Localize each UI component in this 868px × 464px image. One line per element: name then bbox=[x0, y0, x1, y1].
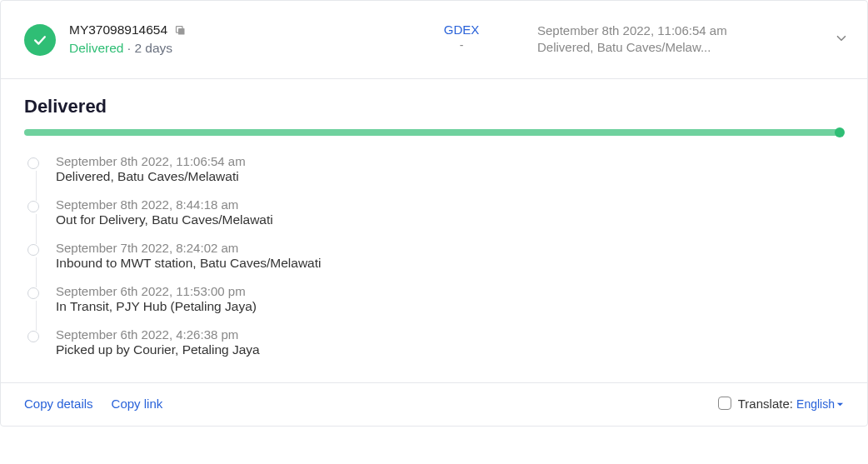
copy-link-link[interactable]: Copy link bbox=[112, 397, 163, 411]
translate-language-select[interactable]: English bbox=[796, 397, 844, 411]
timeline-text: In Transit, PJY Hub (Petaling Jaya) bbox=[56, 299, 844, 314]
timeline-item: September 7th 2022, 8:24:02 am Inbound t… bbox=[27, 241, 844, 271]
status-line: Delivered · 2 days bbox=[69, 41, 386, 56]
timeline-marker-icon bbox=[27, 331, 39, 342]
translate-checkbox[interactable] bbox=[718, 397, 731, 410]
tracking-card: MY37098914654 Delivered · 2 days GDEX - … bbox=[0, 0, 868, 427]
latest-timestamp: September 8th 2022, 11:06:54 am bbox=[537, 22, 811, 39]
timeline-marker-icon bbox=[27, 287, 39, 299]
timeline-date: September 7th 2022, 8:24:02 am bbox=[56, 241, 844, 255]
latest-status: Delivered, Batu Caves/Melaw... bbox=[537, 39, 716, 56]
status-badge-icon bbox=[24, 24, 56, 56]
timeline-text: Out for Delivery, Batu Caves/Melawati bbox=[56, 212, 844, 227]
section-title: Delivered bbox=[24, 96, 844, 117]
status-duration: 2 days bbox=[134, 41, 172, 55]
timeline-date: September 8th 2022, 8:44:18 am bbox=[56, 197, 844, 212]
timeline-text: Inbound to MWT station, Batu Caves/Melaw… bbox=[56, 256, 844, 271]
tracking-number: MY37098914654 bbox=[69, 22, 167, 37]
timeline-connector bbox=[36, 257, 37, 287]
timeline-section: Delivered September 8th 2022, 11:06:54 a… bbox=[1, 79, 867, 382]
timeline-list: September 8th 2022, 11:06:54 am Delivere… bbox=[24, 154, 844, 357]
timeline-connector bbox=[36, 301, 37, 331]
timeline-connector bbox=[36, 214, 37, 244]
chevron-down-icon bbox=[834, 31, 849, 46]
translate-language-text: English bbox=[796, 397, 835, 411]
header-left-block: MY37098914654 Delivered · 2 days bbox=[69, 22, 386, 56]
timeline-text: Picked up by Courier, Petaling Jaya bbox=[56, 342, 844, 357]
svg-rect-0 bbox=[178, 28, 185, 35]
timeline-item: September 8th 2022, 8:44:18 am Out for D… bbox=[27, 197, 844, 227]
translate-control: Translate: English bbox=[718, 397, 844, 411]
timeline-date: September 6th 2022, 11:53:00 pm bbox=[56, 284, 844, 298]
copy-icon[interactable] bbox=[174, 24, 187, 37]
progress-dot bbox=[835, 127, 845, 137]
timeline-connector bbox=[36, 171, 37, 201]
status-label: Delivered bbox=[69, 41, 123, 55]
header-latest-block: September 8th 2022, 11:06:54 am Delivere… bbox=[537, 22, 811, 57]
carrier-name[interactable]: GDEX bbox=[399, 22, 524, 37]
timeline-item: September 6th 2022, 11:53:00 pm In Trans… bbox=[27, 284, 844, 314]
timeline-text: Delivered, Batu Caves/Melawati bbox=[56, 169, 844, 184]
timeline-marker-icon bbox=[27, 157, 39, 169]
footer: Copy details Copy link Translate: Englis… bbox=[1, 382, 867, 426]
progress-bar bbox=[24, 129, 844, 136]
timeline-marker-icon bbox=[27, 201, 39, 212]
timeline-item: September 6th 2022, 4:26:38 pm Picked up… bbox=[27, 327, 844, 357]
header-carrier-block: GDEX - bbox=[399, 22, 524, 52]
caret-down-icon bbox=[836, 397, 844, 411]
tracking-header[interactable]: MY37098914654 Delivered · 2 days GDEX - … bbox=[1, 1, 867, 78]
timeline-item: September 8th 2022, 11:06:54 am Delivere… bbox=[27, 154, 844, 184]
timeline-date: September 6th 2022, 4:26:38 pm bbox=[56, 327, 844, 342]
translate-label: Translate: bbox=[738, 397, 796, 411]
timeline-marker-icon bbox=[27, 244, 39, 256]
copy-details-link[interactable]: Copy details bbox=[24, 397, 93, 411]
expand-toggle[interactable] bbox=[834, 31, 849, 48]
checkmark-icon bbox=[32, 32, 48, 48]
carrier-sub: - bbox=[399, 38, 524, 52]
timeline-date: September 8th 2022, 11:06:54 am bbox=[56, 154, 844, 168]
